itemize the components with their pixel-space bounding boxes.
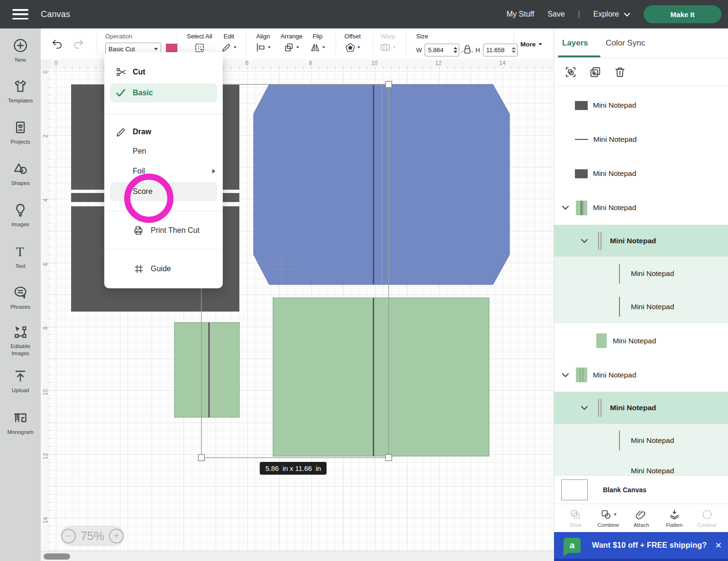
lock-icon[interactable] [461,43,473,57]
tab-layers[interactable]: Layers [562,38,588,48]
notepad-band-green-shape[interactable] [174,322,239,417]
menu-item-label: Foil [133,167,145,175]
menu-item-pen[interactable]: Pen [104,145,223,157]
layer-swatch-green [596,333,607,348]
flatten-button[interactable]: Flatten [660,504,689,532]
width-label: W [416,46,422,54]
menu-item-draw[interactable]: Draw [104,123,223,140]
undo-button[interactable] [51,38,64,50]
menu-item-score[interactable]: Score [110,182,217,201]
menu-item-guide[interactable]: Guide [104,259,223,278]
align-label: Align [256,33,270,40]
selection-handle[interactable] [386,455,392,461]
make-it-button[interactable]: Make It [644,5,721,23]
printer-icon [133,225,144,236]
flatten-icon [669,509,680,520]
edit-label: Edit [224,33,234,40]
chevron-down-icon[interactable] [562,373,569,377]
ruler-number: 14 [499,60,505,66]
layer-row-child[interactable]: Mini Notepad [554,424,728,457]
stepper-icon[interactable] [454,47,457,53]
selection-handle[interactable] [386,82,392,88]
height-field[interactable]: 11.658 [483,44,518,56]
slice-icon [570,509,581,520]
layer-swatch-score-line [619,297,620,317]
menu-item-foil[interactable]: Foil [104,166,223,177]
group-select-icon[interactable] [564,66,577,78]
zoom-in-button[interactable]: + [109,529,124,543]
menu-item-print-then-cut[interactable]: Print Then Cut [104,221,223,240]
zoom-out-button[interactable]: − [61,529,76,543]
layer-row[interactable]: Mini Notepad [554,88,728,122]
layer-row[interactable]: Mini Notepad [554,323,728,358]
layer-row[interactable]: Mini Notepad [554,156,728,191]
more-button[interactable]: More [520,41,542,48]
layer-swatch-green-striped [576,201,587,215]
layer-row-child-clipped[interactable]: Mini Notepad [554,457,728,475]
chevron-down-icon[interactable] [562,205,569,210]
close-icon[interactable]: ✕ [715,541,722,551]
layer-swatch-gray [575,169,588,178]
sidebar-item-label: New [1,56,40,64]
dropdown-caret-icon [154,48,158,50]
align-button[interactable]: Align [250,33,276,53]
sidebar-item-monogram[interactable]: Monogram [0,410,41,436]
operation-label: Operation [105,33,177,40]
zoom-control: − 75% + [61,525,124,546]
layer-group-row[interactable]: Mini Notepad [554,191,728,225]
sidebar-item-images[interactable]: Images [0,202,41,228]
size-tooltip: 5.86 in x 11.66 in [260,462,327,475]
sidebar-item-phrases[interactable]: Phrases [0,285,41,311]
layer-row-child[interactable]: Mini Notepad [554,290,728,323]
menu-item-basic-selected[interactable]: Basic [110,83,217,102]
layer-group-row[interactable]: Mini Notepad [554,358,728,392]
blank-canvas-row[interactable]: Blank Canvas [554,475,728,504]
tab-color-sync[interactable]: Color Sync [606,38,645,48]
save-link[interactable]: Save [547,10,564,18]
layer-row-child[interactable]: Mini Notepad [554,257,728,290]
edit-button[interactable]: Edit [218,33,239,53]
sidebar-item-label: Text [1,263,40,270]
sidebar-item-text[interactable]: T Text [0,244,41,270]
layer-swatch-gray [575,101,588,110]
promo-banner[interactable]: a Want $10 off + FREE shipping? ✕ [554,532,728,561]
chevron-down-icon[interactable] [581,405,588,410]
selection-handle[interactable] [199,455,205,461]
scrollbar-thumb[interactable] [44,553,70,560]
sidebar-item-new[interactable]: New [0,38,41,64]
duplicate-icon[interactable] [589,66,601,78]
width-field[interactable]: 5.864 [425,44,459,56]
ruler-number: 10 [42,388,49,397]
layer-group-row-selected[interactable]: Mini Notepad [554,392,728,424]
sidebar-item-label: Shapes [1,180,40,187]
notepad-liner-green-shape[interactable] [273,298,489,456]
left-sidebar: New Templates Projects Shapes Images T T… [0,28,41,561]
arrange-button[interactable]: Arrange [278,33,305,53]
more-label: More [520,41,536,48]
explore-menu[interactable]: Explore [593,10,630,18]
trash-icon[interactable] [614,66,626,78]
my-stuff-link[interactable]: My Stuff [507,10,534,18]
redo-button[interactable] [72,38,84,50]
layer-group-row-selected[interactable]: Mini Notepad [554,225,728,257]
offset-button[interactable]: Offset [339,33,366,53]
hamburger-menu-icon[interactable] [12,9,28,19]
layer-row[interactable]: Mini Notepad [554,122,728,156]
select-all-button[interactable]: Select All [183,33,216,54]
attach-button[interactable]: Attach [627,504,656,532]
warp-button-disabled: Warp [375,33,400,53]
ruler-number: 14 [42,516,49,525]
chevron-down-icon[interactable] [581,239,588,243]
layers-panel: Layers Color Sync Mini Notepad Mini Note… [554,28,728,561]
make-it-label: Make It [671,10,695,18]
horizontal-scrollbar [41,551,554,561]
sidebar-item-projects[interactable]: Projects [0,120,41,146]
flip-button[interactable]: Flip [307,33,328,53]
menu-item-label: Score [133,187,153,196]
sidebar-item-upload[interactable]: Upload [0,368,41,394]
combine-button[interactable]: Combine [594,504,623,532]
sidebar-item-editable-images[interactable]: Editable Images [0,324,41,357]
sidebar-item-templates[interactable]: Templates [0,79,41,104]
menu-item-cut[interactable]: Cut [104,64,223,81]
sidebar-item-shapes[interactable]: Shapes [0,161,41,187]
